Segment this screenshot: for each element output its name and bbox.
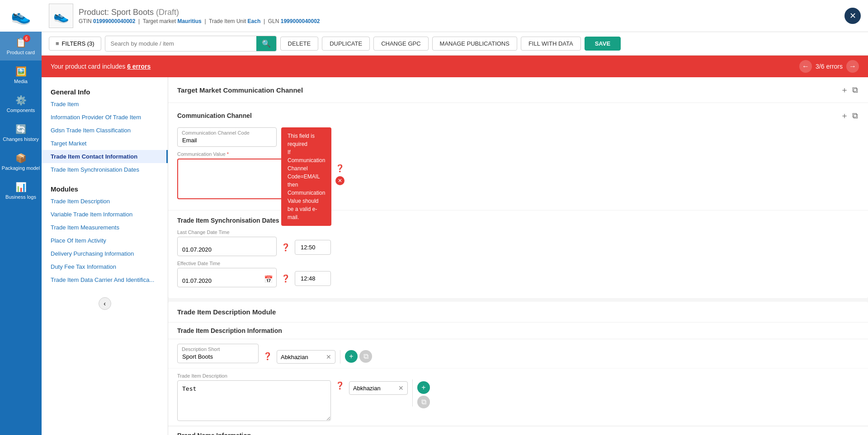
close-button[interactable]: ✕	[844, 8, 861, 24]
sidebar-item-label: Media	[14, 79, 28, 84]
save-button[interactable]: SAVE	[585, 37, 621, 51]
change-gpc-button[interactable]: CHANGE GPC	[373, 37, 428, 51]
effective-date-wrapper: Effective Date Time 📅	[177, 261, 277, 287]
error-nav: ← 3/6 errors →	[799, 60, 859, 73]
modules-title: Modules	[42, 182, 168, 195]
error-next-button[interactable]: →	[846, 60, 859, 73]
effective-date-input[interactable]	[177, 268, 277, 287]
copy-target-market-button[interactable]: ⧉	[851, 84, 859, 96]
sidebar-item-label: Packaging model	[2, 165, 40, 171]
product-header: 👟 Product: Sport Boots (Draft) GTIN 0199…	[42, 0, 868, 32]
copy-desc-short-button[interactable]: ⧉	[359, 350, 372, 363]
target-market-comm-header: Target Market Communication Channel ＋ ⧉	[168, 77, 868, 103]
nav-item-target-market[interactable]: Target Market	[42, 137, 168, 150]
last-change-label: Last Change Date Time	[177, 229, 277, 235]
error-tooltip: This field is required If Communication …	[281, 127, 331, 226]
section-actions: ＋ ⧉	[840, 84, 859, 96]
sidebar-item-product-card[interactable]: 📋 6 Product card	[0, 32, 42, 61]
last-change-time-input[interactable]	[295, 240, 331, 255]
copy-comm-channel-button[interactable]: ⧉	[851, 109, 859, 122]
filters-button[interactable]: ≡ FILTERS (3)	[49, 37, 101, 51]
last-change-help-icon[interactable]: ❓	[281, 243, 290, 252]
search-button[interactable]: 🔍	[256, 36, 276, 51]
required-marker: *	[227, 151, 229, 157]
product-meta: GTIN 01999000040002 | Target market Maur…	[79, 18, 320, 24]
add-desc-short-button[interactable]: +	[345, 350, 358, 363]
nav-collapse-button[interactable]: ‹	[99, 297, 111, 310]
copy-trade-item-desc-button[interactable]: ⧉	[417, 396, 430, 408]
comm-channel-code-group: Communication Channel Code This field is…	[177, 127, 277, 147]
comm-value-help-icon[interactable]: ❓	[335, 164, 344, 173]
sync-dates-title: Trade Item Synchronisation Dates	[177, 217, 859, 224]
nav-item-gdsn[interactable]: Gdsn Trade Item Classification	[42, 124, 168, 137]
add-target-market-button[interactable]: ＋	[840, 84, 849, 96]
nav-item-measurements[interactable]: Trade Item Measurements	[42, 221, 168, 234]
nav-item-sync-dates[interactable]: Trade Item Synchronisation Dates	[42, 163, 168, 176]
desc-module-header: Trade Item Description Module	[168, 302, 868, 323]
trade-item-desc-lang-select[interactable]: Abkhazian ✕	[349, 381, 408, 395]
add-trade-item-desc-button[interactable]: +	[417, 381, 430, 394]
product-info: Product: Sport Boots (Draft) GTIN 019990…	[79, 8, 320, 24]
search-wrapper: 🔍	[105, 36, 277, 51]
manage-publications-button[interactable]: MANAGE PUBLICATIONS	[432, 37, 517, 51]
nav-item-trade-item[interactable]: Trade Item	[42, 98, 168, 111]
sidebar-item-changes[interactable]: 🔄 Changes history	[0, 118, 42, 147]
effective-date-help-icon[interactable]: ❓	[281, 274, 290, 283]
content-area: General Info Trade Item Information Prov…	[42, 77, 868, 435]
nav-item-data-carrier[interactable]: Trade Item Data Carrier And Identifica..…	[42, 273, 168, 286]
desc-short-lang-select[interactable]: Abkhazian ✕	[277, 350, 335, 364]
packaging-icon: 📦	[15, 153, 27, 164]
desc-short-help-icon[interactable]: ❓	[263, 352, 272, 360]
target-market-comm-section: Target Market Communication Channel ＋ ⧉ …	[168, 77, 868, 298]
add-comm-channel-button[interactable]: ＋	[840, 109, 849, 122]
sidebar: 👟 📋 6 Product card 🖼️ Media ⚙️ Component…	[0, 0, 42, 435]
filter-icon: ≡	[56, 40, 59, 47]
sidebar-item-label: Business logs	[5, 194, 36, 200]
effective-date-label: Effective Date Time	[177, 261, 277, 266]
nav-item-contact-info[interactable]: Trade Item Contact Information	[42, 150, 168, 163]
comm-channel-code-input[interactable]	[177, 127, 277, 147]
fill-with-data-button[interactable]: FILL WITH DATA	[521, 37, 581, 51]
desc-short-group: Description Short	[177, 344, 259, 363]
comm-value-delete-icon[interactable]: ✕	[335, 176, 344, 185]
error-bar: Your product card includes 6 errors ← 3/…	[42, 56, 868, 77]
desc-short-lang-remove[interactable]: ✕	[326, 353, 331, 360]
nav-item-variable-trade[interactable]: Variable Trade Item Information	[42, 208, 168, 221]
comm-value-row: Communication Value * ❓ ✕	[177, 151, 859, 199]
calendar-icon[interactable]: 📅	[264, 275, 273, 284]
duplicate-button[interactable]: DUPLICATE	[322, 37, 370, 51]
product-card-badge: 6	[23, 35, 30, 42]
brand-name-header: Brand Name Information	[168, 426, 868, 435]
last-change-date-row: Last Change Date Time ❓	[177, 229, 859, 256]
sidebar-item-components[interactable]: ⚙️ Components	[0, 89, 42, 118]
desc-short-input[interactable]	[177, 344, 259, 363]
effective-time-input[interactable]	[295, 271, 331, 286]
toolbar: ≡ FILTERS (3) 🔍 DELETE DUPLICATE CHANGE …	[42, 32, 868, 56]
trade-item-desc-group: Trade Item Description	[177, 373, 331, 421]
search-input[interactable]	[105, 37, 256, 50]
trade-item-desc-textarea[interactable]	[177, 380, 331, 421]
nav-item-trade-item-desc[interactable]: Trade Item Description	[42, 195, 168, 208]
effective-date-row: Effective Date Time 📅 ❓	[177, 261, 859, 287]
general-info-title: General Info	[42, 84, 168, 98]
error-link[interactable]: 6 errors	[127, 63, 151, 70]
last-change-date-input[interactable]	[177, 237, 277, 256]
nav-item-duty-fee[interactable]: Duty Fee Tax Information	[42, 260, 168, 273]
error-prev-button[interactable]: ←	[799, 60, 812, 73]
nav-item-place-activity[interactable]: Place Of Item Activity	[42, 234, 168, 247]
trade-item-desc-label: Trade Item Description	[177, 373, 331, 379]
sidebar-item-business-logs[interactable]: 📊 Business logs	[0, 176, 42, 205]
sidebar-item-label: Components	[7, 108, 35, 113]
nav-item-info-provider[interactable]: Information Provider Of Trade Item	[42, 111, 168, 124]
trade-item-desc-help-icon[interactable]: ❓	[335, 381, 344, 390]
trade-item-desc-lang-remove[interactable]: ✕	[398, 384, 404, 392]
sidebar-item-packaging[interactable]: 📦 Packaging model	[0, 147, 42, 176]
comm-channel-header: Communication Channel ＋ ⧉	[177, 109, 859, 122]
main-wrapper: 👟 Product: Sport Boots (Draft) GTIN 0199…	[42, 0, 868, 435]
delete-button[interactable]: DELETE	[280, 37, 319, 51]
sidebar-item-media[interactable]: 🖼️ Media	[0, 61, 42, 89]
comm-channel-code-row: Communication Channel Code This field is…	[177, 127, 859, 147]
sidebar-item-label: Product card	[7, 50, 35, 55]
nav-item-delivery-purchasing[interactable]: Delivery Purchasing Information	[42, 247, 168, 260]
components-icon: ⚙️	[15, 95, 27, 106]
